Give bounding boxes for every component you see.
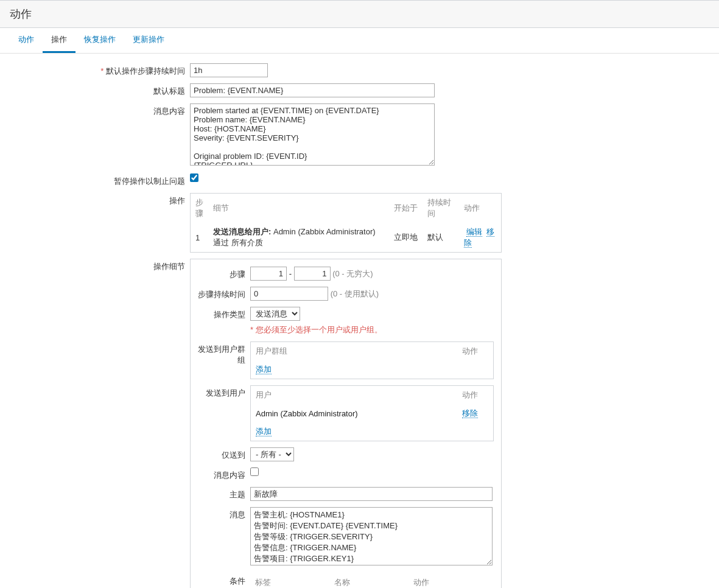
- ops-th-step: 步骤: [191, 194, 209, 223]
- step-to-input[interactable]: [294, 267, 331, 281]
- operation-detail-box: 步骤 - (0 - 无穷大) 步骤持续时间 (0 - 使用默认): [190, 259, 502, 588]
- tab-action[interactable]: 动作: [10, 28, 43, 53]
- label-message-content: 消息内容: [7, 103, 190, 117]
- ops-row-num: 1: [191, 223, 209, 253]
- ops-th-start: 开始于: [386, 194, 423, 223]
- tab-update-operations[interactable]: 更新操作: [124, 28, 173, 53]
- operations-table: 步骤 细节 开始于 持续时间 动作 1 发送消息给用户: Admin (Zabb…: [190, 193, 502, 253]
- cond-th-name: 名称: [329, 573, 409, 588]
- groups-add-link[interactable]: 添加: [256, 365, 272, 374]
- ops-row-start: 立即地: [386, 223, 423, 253]
- label-step: 步骤: [197, 267, 250, 280]
- label-op-type: 操作类型: [197, 307, 250, 320]
- label-message: 消息: [197, 507, 250, 520]
- label-condition: 条件: [197, 573, 250, 587]
- tab-operations[interactable]: 操作: [43, 28, 75, 53]
- step-from-input[interactable]: [250, 267, 287, 281]
- groups-th-group: 用户群组: [251, 342, 457, 361]
- ops-row-edit-link[interactable]: 编辑: [466, 227, 482, 237]
- users-row-name: Admin (Zabbix Administrator): [251, 404, 457, 422]
- users-th-action: 动作: [457, 386, 494, 405]
- users-add-link[interactable]: 添加: [256, 427, 272, 436]
- subject-input[interactable]: [250, 487, 493, 501]
- cond-th-label: 标签: [250, 573, 329, 588]
- label-message-content-chk: 消息内容: [197, 467, 250, 481]
- op-type-error: 您必须至少选择一个用户或用户组。: [256, 325, 382, 334]
- label-operation-detail: 操作细节: [7, 259, 190, 272]
- page-title: 动作: [0, 0, 719, 28]
- ops-row-duration: 默认: [423, 223, 459, 253]
- label-pause-operations: 暂停操作以制止问题: [7, 173, 190, 187]
- label-only-send-to: 仅送到: [197, 447, 250, 461]
- pause-operations-checkbox[interactable]: [190, 173, 198, 182]
- default-subject-input[interactable]: [190, 83, 435, 97]
- operations-row: 1 发送消息给用户: Admin (Zabbix Administrator) …: [191, 223, 502, 253]
- label-send-to-users: 发送到用户: [197, 385, 250, 399]
- ops-th-duration: 持续时间: [423, 194, 459, 223]
- step-duration-hint: (0 - 使用默认): [331, 289, 379, 298]
- default-step-duration-input[interactable]: [190, 63, 268, 77]
- step-duration-input[interactable]: [250, 287, 328, 301]
- users-th-user: 用户: [251, 386, 457, 405]
- label-operations: 操作: [7, 193, 190, 206]
- send-to-groups-table: 用户群组 动作 添加: [250, 341, 494, 379]
- message-textarea[interactable]: 告警主机: {HOSTNAME1} 告警时间: {EVENT.DATE} {EV…: [250, 507, 493, 565]
- groups-th-action: 动作: [457, 342, 494, 361]
- tabs: 动作 操作 恢复操作 更新操作: [0, 28, 719, 54]
- ops-row-detail: 发送消息给用户: Admin (Zabbix Administrator) 通过…: [208, 223, 386, 253]
- only-send-to-select[interactable]: - 所有 -: [250, 447, 294, 461]
- op-type-select[interactable]: 发送消息: [250, 307, 300, 321]
- ops-th-action: 动作: [459, 194, 502, 223]
- users-row: Admin (Zabbix Administrator) 移除: [251, 404, 494, 422]
- label-subject: 主题: [197, 487, 250, 500]
- label-default-step-duration: * 默认操作步骤持续时间: [7, 63, 190, 77]
- label-send-to-groups: 发送到用户群组: [197, 341, 250, 366]
- step-hint: (0 - 无穷大): [332, 269, 373, 278]
- cond-th-action: 动作: [409, 573, 488, 588]
- users-row-remove-link[interactable]: 移除: [462, 408, 478, 418]
- label-default-subject: 默认标题: [7, 83, 190, 97]
- message-content-checkbox[interactable]: [250, 467, 259, 476]
- ops-th-detail: 细节: [208, 194, 386, 223]
- label-step-duration: 步骤持续时间: [197, 287, 250, 300]
- condition-table: 标签 名称 动作 新的: [250, 573, 488, 588]
- tab-recovery-operations[interactable]: 恢复操作: [75, 28, 124, 53]
- message-content-textarea[interactable]: Problem started at {EVENT.TIME} on {EVEN…: [190, 103, 435, 166]
- send-to-users-table: 用户 动作 Admin (Zabbix Administrator) 移除 添加: [250, 385, 494, 441]
